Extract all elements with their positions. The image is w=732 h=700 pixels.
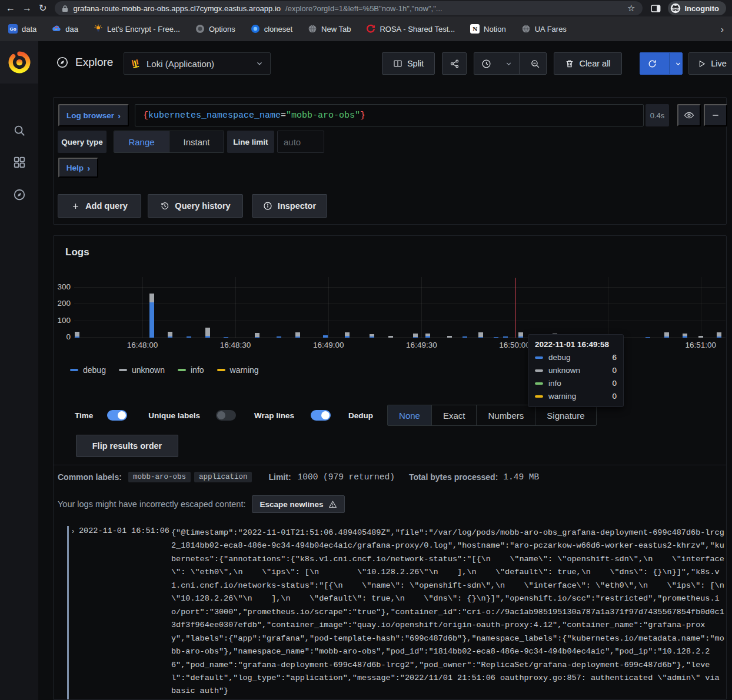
unique-labels-toggle[interactable] [216, 410, 236, 421]
chart-bar-unknown [345, 332, 350, 336]
log-expand-chevron-icon[interactable]: › [72, 527, 74, 535]
escape-notice-row: Your logs might have incorrectly escaped… [58, 495, 345, 513]
remove-query-button[interactable] [704, 104, 727, 126]
time-picker-chevron[interactable] [503, 53, 514, 74]
inspector-button[interactable]: Inspector [252, 194, 327, 218]
datasource-picker[interactable]: Loki (Application) [124, 52, 271, 75]
forward-icon[interactable]: → [22, 4, 32, 13]
bookmark-item[interactable]: daa [52, 24, 78, 34]
time-picker-button[interactable] [474, 53, 498, 74]
chart-bar-debug [683, 336, 687, 338]
query-type-option-instant[interactable]: Instant [169, 131, 224, 152]
tooltip-series-value: 6 [612, 353, 617, 362]
chart-bar-unknown [447, 336, 452, 338]
grafana-logo[interactable] [0, 41, 38, 84]
x-tick-label: 16:51:00 [680, 341, 721, 349]
legend-label: debug [83, 365, 106, 375]
bookmark-item[interactable]: Godata [8, 24, 36, 34]
dedup-segmented: NoneExactNumbersSignature [387, 405, 596, 426]
query-history-button[interactable]: Query history [148, 194, 243, 218]
query-token: kubernetes_namespace_name [148, 111, 281, 121]
bookmark-item[interactable]: Options [195, 24, 235, 34]
query-type-option-range[interactable]: Range [114, 131, 169, 152]
legend-item-unknown[interactable]: unknown [119, 365, 165, 375]
bookmark-item[interactable]: Let's Encrypt - Free... [94, 24, 180, 34]
clear-all-label: Clear all [579, 59, 610, 68]
time-toggle[interactable] [107, 410, 127, 421]
explore-header: Explore [56, 56, 113, 69]
gcloud-icon [52, 24, 61, 34]
chart-bar-debug [345, 336, 350, 338]
line-limit-label: Line limit [227, 131, 274, 153]
chart-bar-debug [717, 336, 721, 338]
plus-icon [71, 202, 80, 211]
bookmark-label: ROSA - Shared Test... [380, 25, 455, 34]
search-icon[interactable] [0, 119, 38, 142]
legend-color-dash [178, 369, 186, 371]
time-picker-group [474, 52, 547, 75]
bookmarks-overflow-chevron-icon[interactable]: › [721, 24, 724, 34]
line-limit-input[interactable] [277, 131, 324, 153]
query-history-label: Query history [175, 201, 230, 211]
bookmark-item[interactable]: ROSA - Shared Test... [366, 24, 455, 34]
side-panel-icon[interactable] [651, 4, 661, 13]
legend-item-warning[interactable]: warning [217, 365, 259, 375]
help-button[interactable]: Help› [58, 158, 98, 178]
logs-panel-title: Logs [65, 246, 89, 258]
legend-item-debug[interactable]: debug [70, 365, 106, 375]
bookmark-star-icon[interactable]: ☆ [627, 3, 635, 14]
refresh-interval-chevron[interactable] [674, 53, 682, 74]
query-expression-input[interactable]: {kubernetes_namespace_name="mobb-aro-obs… [135, 104, 644, 126]
refresh-button[interactable] [640, 53, 664, 74]
chart-bar-debug [413, 337, 418, 338]
clear-all-button[interactable]: Clear all [554, 52, 622, 75]
dedup-option-numbers[interactable]: Numbers [476, 405, 535, 425]
escape-notice-text: Your logs might have incorrectly escaped… [58, 499, 245, 509]
zoom-out-button[interactable] [524, 53, 546, 74]
legend-label: unknown [132, 365, 165, 375]
bookmark-item[interactable]: cloneset [251, 24, 292, 34]
tooltip-series-name: warning [548, 392, 612, 401]
flip-results-order-button[interactable]: Flip results order [76, 435, 178, 457]
bookmark-item[interactable]: UA Fares [521, 24, 567, 34]
back-icon[interactable]: ← [6, 4, 15, 13]
logs-volume-chart[interactable] [74, 277, 726, 338]
dedup-option-signature[interactable]: Signature [535, 405, 595, 425]
wrap-lines-toggle[interactable] [311, 410, 331, 421]
url-bar[interactable]: grafana-route-mobb-aro-obs.apps.cl7cymgx… [55, 1, 642, 15]
common-labels-label: Common labels: [58, 472, 122, 482]
chart-cursor-line [515, 278, 516, 338]
chart-bar-unknown [664, 332, 669, 336]
tooltip-series-name: debug [548, 353, 612, 362]
query-token: } [360, 111, 365, 121]
add-query-button[interactable]: Add query [58, 194, 141, 218]
query-visibility-button[interactable] [677, 104, 701, 126]
log-browser-button[interactable]: Log browser› [58, 104, 129, 126]
bookmark-item[interactable]: New Tab [308, 24, 351, 34]
live-button[interactable]: Live [688, 52, 732, 75]
bookmark-label: daa [65, 25, 78, 34]
reload-icon[interactable]: ↻ [39, 4, 46, 13]
dedup-option-exact[interactable]: Exact [431, 405, 477, 425]
split-button[interactable]: Split [382, 52, 435, 75]
chart-bar-unknown [149, 294, 154, 302]
legend-color-dash [119, 369, 127, 371]
bookmark-item[interactable]: NNotion [470, 24, 506, 34]
grafana-sidebar [0, 41, 38, 700]
chart-bar-unknown [168, 332, 172, 336]
x-tick-label: 16:48:30 [215, 341, 256, 349]
explore-compass-icon[interactable] [0, 183, 38, 206]
dashboards-grid-icon[interactable] [0, 151, 38, 174]
info-circle-icon [263, 201, 272, 211]
escape-newlines-button[interactable]: Escape newlines [252, 495, 344, 513]
share-button[interactable] [442, 52, 467, 75]
add-query-label: Add query [85, 201, 128, 211]
legend-item-info[interactable]: info [178, 365, 204, 375]
chart-bar-debug [224, 337, 228, 338]
incognito-label: Incognito [685, 4, 720, 13]
logs-meta-row: Common labels: mobb-aro-obs application … [58, 470, 539, 484]
legend-label: info [191, 365, 204, 375]
chart-bar-unknown [388, 336, 393, 338]
log-message[interactable]: {"@timestamp":"2022-11-01T21:51:06.48940… [171, 526, 726, 698]
dedup-option-none[interactable]: None [388, 405, 431, 425]
